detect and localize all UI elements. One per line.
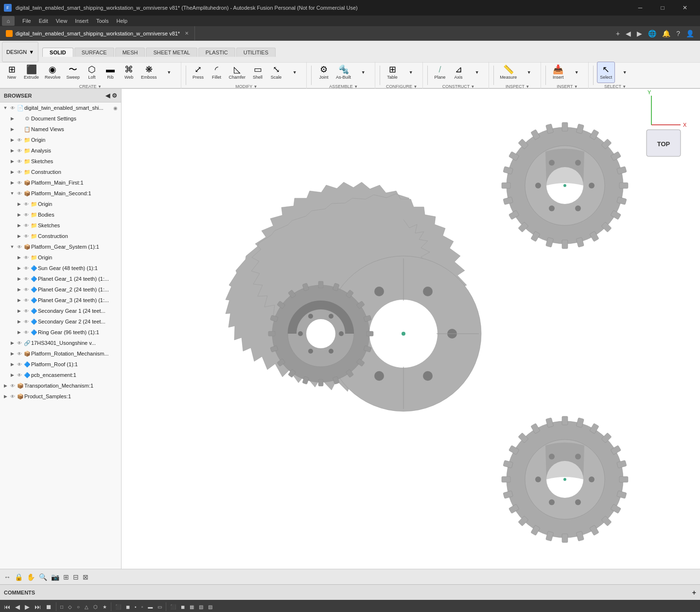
eye-icon[interactable]: 👁	[16, 244, 23, 250]
tree-origin-1[interactable]: ▶ 👁 📁 Origin	[0, 135, 121, 145]
bt-extra5[interactable]: ▨	[206, 603, 214, 611]
eye-icon[interactable]: 👁	[22, 212, 30, 218]
select-button[interactable]: ↖ Select	[597, 62, 615, 83]
construct-btn2[interactable]: ⊿ Axis	[450, 62, 467, 83]
eye-icon[interactable]: 👁	[16, 351, 23, 357]
tree-motor[interactable]: ▶ 👁 🔗 17HS3401_Usongshine v...	[0, 338, 121, 348]
tree-secondary-gear-2[interactable]: ▶ 👁 🔷 Secondary Gear 2 (24 teet...	[0, 316, 121, 327]
eye-icon[interactable]: 👁	[22, 287, 30, 292]
eye-icon[interactable]: 👁	[22, 298, 30, 303]
construct-more[interactable]: ▼	[468, 62, 486, 83]
assemble-more[interactable]: ▼	[354, 62, 372, 83]
tree-analysis[interactable]: ▶ 👁 📁 Analysis	[0, 145, 121, 156]
online-button[interactable]: 🌐	[646, 29, 658, 38]
bt-extra2[interactable]: ◼	[179, 603, 187, 611]
eye-icon[interactable]: 👁	[22, 330, 30, 335]
bt-tool6[interactable]: ★	[101, 603, 109, 611]
tree-sketches-2[interactable]: ▶ 👁 📁 Sketches	[0, 220, 121, 231]
bt-extra1[interactable]: ⬛	[168, 603, 178, 611]
tree-platform-main-second[interactable]: ▼ 👁 📦 Platform_Main_Second:1	[0, 188, 121, 199]
eye-icon[interactable]: 👁	[16, 373, 23, 378]
new-component-button[interactable]: ⊞ New	[3, 62, 20, 83]
configure-btn1[interactable]: ⊞ Table	[384, 62, 401, 83]
eye-icon[interactable]: 👁	[22, 234, 30, 239]
menu-help[interactable]: Help	[113, 17, 132, 25]
pan-icon[interactable]: ✋	[27, 573, 35, 581]
tree-pcb[interactable]: ▶ 👁 🔷 pcb_encasement:1	[0, 370, 121, 380]
fillet-button[interactable]: ◜ Fillet	[208, 62, 226, 83]
eye-icon[interactable]: 👁	[22, 266, 30, 271]
scale-button[interactable]: ⤡ Scale	[267, 62, 285, 83]
assemble-btn2[interactable]: 🔩 As-Built	[333, 62, 353, 83]
configure-more[interactable]: ▼	[402, 62, 420, 83]
tab-sheet-metal[interactable]: SHEET METAL	[146, 48, 197, 57]
tab-nav-right[interactable]: ▶	[635, 29, 644, 38]
tree-planet-gear-1[interactable]: ▶ 👁 🔷 Planet Gear_1 (24 teeth) (1:...	[0, 273, 121, 284]
browser-collapse-icon[interactable]: ◀	[105, 92, 110, 99]
new-tab-button[interactable]: +	[614, 29, 622, 38]
tree-origin-2[interactable]: ▶ 👁 📁 Origin	[0, 199, 121, 209]
grid2-icon[interactable]: ⊟	[73, 573, 79, 581]
emboss-button[interactable]: ❋ Emboss	[139, 62, 159, 83]
notification-button[interactable]: 🔔	[660, 29, 672, 38]
tree-named-views[interactable]: ▶ 👁 📋 Named Views	[0, 124, 121, 135]
eye-icon[interactable]: 👁	[16, 137, 23, 143]
bt-tool10[interactable]: ▫	[140, 603, 145, 611]
bt-tool7[interactable]: ⬛	[113, 603, 123, 611]
tree-rotation-mechanism[interactable]: ▶ 👁 📦 Platform_Rotation_Mechanism...	[0, 348, 121, 359]
shell-button[interactable]: ▭ Shell	[249, 62, 266, 83]
minimize-button[interactable]: ─	[629, 0, 651, 16]
tree-platform-roof[interactable]: ▶ 👁 🔷 Platform_Roof (1):1	[0, 359, 121, 370]
loft-button[interactable]: ⬡ Loft	[83, 62, 101, 83]
help-button[interactable]: ?	[674, 29, 682, 38]
bt-tool3[interactable]: ○	[75, 603, 82, 611]
tree-product-samples[interactable]: ▶ 👁 📦 Product_Samples:1	[0, 391, 121, 402]
sweep-button[interactable]: 〜 Sweep	[64, 62, 83, 83]
bt-tool8[interactable]: ◼	[124, 603, 132, 611]
press-pull-button[interactable]: ⤢ Press	[190, 62, 207, 83]
tree-construction-2[interactable]: ▶ 👁 📁 Construction	[0, 231, 121, 241]
eye-icon[interactable]: 👁	[16, 362, 23, 367]
bt-tool12[interactable]: ▭	[156, 603, 164, 611]
tree-secondary-gear-1[interactable]: ▶ 👁 🔷 Secondary Gear 1 (24 teet...	[0, 306, 121, 316]
eye-icon[interactable]: 👁	[16, 180, 23, 186]
lock-icon[interactable]: 🔒	[15, 573, 23, 581]
eye-icon[interactable]: 👁	[16, 340, 23, 346]
eye-icon[interactable]: 👁	[16, 191, 23, 196]
eye-icon[interactable]: 👁	[22, 276, 30, 282]
tab-mesh[interactable]: MESH	[115, 48, 145, 57]
revolve-button[interactable]: ◉ Revolve	[42, 62, 63, 83]
bt-prev-frame[interactable]: ◀	[13, 602, 22, 612]
menu-tools[interactable]: Tools	[92, 17, 113, 25]
modify-more-button[interactable]: ▼	[286, 62, 303, 83]
eye-icon[interactable]: 👁	[9, 383, 17, 389]
insert-more[interactable]: ▼	[568, 62, 585, 83]
bt-tool1[interactable]: □	[58, 603, 65, 611]
eye-icon[interactable]: 👁	[16, 170, 23, 175]
tree-ring-gear[interactable]: ▶ 👁 🔷 Ring Gear (96 teeth) (1):1	[0, 327, 121, 338]
bt-first-frame[interactable]: ⏮	[2, 602, 12, 612]
close-button[interactable]: ✕	[674, 0, 696, 16]
tab-plastic[interactable]: PLASTIC	[198, 48, 235, 57]
tab-utilities[interactable]: UTILITIES	[236, 48, 276, 57]
extrude-button[interactable]: ⬛ Extrude	[21, 62, 41, 83]
eye-icon[interactable]: 👁	[22, 223, 30, 228]
active-tab[interactable]: digital_twin_enabled_smart_shipping_work…	[0, 26, 195, 40]
grid1-icon[interactable]: ⊞	[63, 573, 69, 581]
rib-button[interactable]: ▬ Rib	[102, 62, 119, 83]
comments-toggle-button[interactable]: +	[692, 589, 696, 596]
eye-icon[interactable]: 👁	[22, 202, 30, 207]
bt-extra4[interactable]: ▧	[197, 603, 205, 611]
eye-icon[interactable]: 👁	[16, 159, 23, 164]
home-menu-item[interactable]: ⌂	[2, 16, 15, 26]
tree-planet-gear-2[interactable]: ▶ 👁 🔷 Planet Gear_2 (24 teeth) (1:...	[0, 284, 121, 295]
select-more[interactable]: ▼	[616, 62, 633, 83]
viewport[interactable]: X Y TOP	[122, 89, 700, 569]
menu-file[interactable]: File	[18, 17, 35, 25]
tree-origin-3[interactable]: ▶ 👁 📁 Origin	[0, 252, 121, 263]
construct-btn1[interactable]: / Plane	[431, 62, 449, 83]
assemble-btn1[interactable]: ⚙ Joint	[315, 62, 332, 83]
chamfer-button[interactable]: ◺ Chamfer	[227, 62, 248, 83]
menu-edit[interactable]: Edit	[35, 17, 52, 25]
zoom-icon[interactable]: 🔍	[39, 573, 47, 581]
